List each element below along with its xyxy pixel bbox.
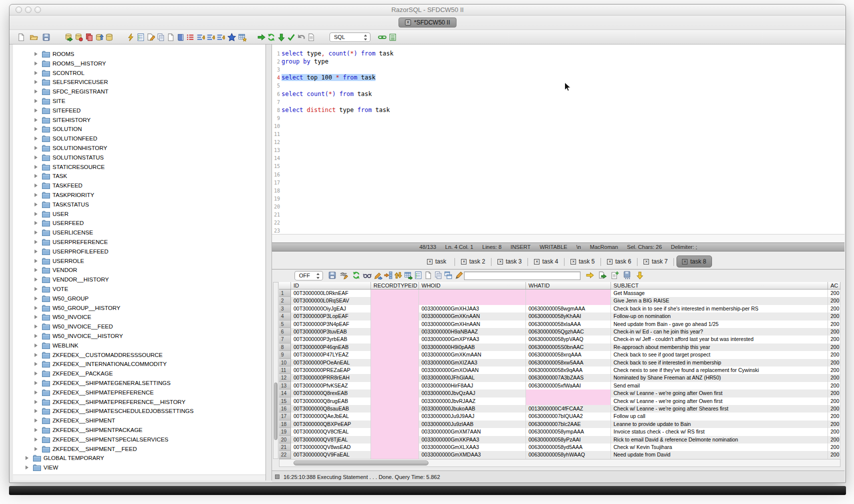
view-results-icon[interactable] (363, 271, 372, 280)
cell-whoid[interactable]: 0033000000Ju9J9AAJ (419, 412, 526, 420)
table-row[interactable]: 1000T3000000POeAnEAL0033000000GmXIZAA300… (279, 359, 840, 366)
cell-whatid[interactable]: 006300000058wgmAAA (526, 305, 611, 312)
close-icon[interactable]: × (534, 259, 540, 264)
disclosure-triangle-icon[interactable] (26, 456, 28, 460)
max-rows-select[interactable]: OFF (294, 271, 323, 280)
cell-id[interactable]: 00T3000000PREZaEAP (291, 366, 371, 374)
cell-recordtypeid[interactable] (371, 312, 419, 320)
cell-whatid[interactable]: 00630000005QgzhAAC (526, 328, 611, 336)
tree-item[interactable]: ZKFEDEX__SHIPMATESCHEDULEDJOBSSETTINGS (13, 406, 266, 416)
disclosure-triangle-icon[interactable] (34, 306, 38, 310)
cell-whoid[interactable]: 0033000000H9i0pAAB (419, 344, 526, 351)
cell-subject[interactable]: Check w/ Leanne - we're going after Shea… (611, 405, 828, 412)
cell-whatid[interactable]: 00630000005xfWaAAI (526, 382, 611, 390)
disclosure-triangle-icon[interactable] (34, 212, 38, 216)
cell-subject[interactable]: Follow-up on nomination (611, 312, 828, 320)
disclosure-triangle-icon[interactable] (34, 202, 38, 206)
disclosure-triangle-icon[interactable] (34, 334, 38, 338)
cell-subject[interactable]: Nominated by Shane Freeman at ANZ (HR50) (611, 374, 828, 382)
tree-item[interactable]: ZKFEDEX__SHIPMENTPACKAGE (13, 426, 266, 435)
row-number[interactable]: 9 (279, 351, 291, 358)
disclosure-triangle-icon[interactable] (34, 184, 38, 188)
cell-whoid[interactable]: 0033000000GmXMDAA3 (419, 451, 526, 458)
row-number[interactable]: 7 (279, 336, 291, 343)
cell-recordtypeid[interactable] (371, 420, 419, 428)
cell-id[interactable]: 00T3000000POeAnEAL (291, 359, 371, 366)
table-row[interactable]: 1500T3000000Q8rugEAB0033000000JbvRJAAZCh… (279, 398, 840, 405)
sql-mode-select[interactable]: SQL (330, 32, 370, 42)
result-tab-task[interactable]: ×task (421, 256, 452, 268)
editor-line[interactable]: select type, count(*) from task (282, 50, 394, 58)
cell-ac[interactable]: 200 (828, 359, 840, 366)
disclosure-triangle-icon[interactable] (34, 90, 38, 94)
table-row[interactable]: 1300T3000000PfvKSEAZ0033000000HirF8AAJ00… (279, 382, 840, 390)
cell-whatid[interactable] (526, 390, 611, 397)
cell-whatid[interactable]: 00630000007blc2AAE (526, 420, 611, 428)
disclosure-triangle-icon[interactable] (34, 344, 38, 348)
tree-item[interactable]: USERLICENSE (13, 228, 266, 238)
disclosure-triangle-icon[interactable] (26, 466, 28, 470)
cell-whoid[interactable]: 0033000000GmXKnAAN (419, 312, 526, 320)
outdent-sql-icon[interactable] (206, 33, 216, 42)
tree-item[interactable]: W50_INVOICE__FEED (13, 322, 266, 332)
tree-item[interactable]: W50_GROUP__HISTORY (13, 304, 266, 313)
tree-item[interactable]: USER (13, 210, 266, 219)
tree-item[interactable]: USERROLE (13, 256, 266, 266)
tree-item[interactable]: SOLUTION (13, 124, 266, 134)
tree-item[interactable]: SITEFEED (13, 106, 266, 116)
disclosure-triangle-icon[interactable] (34, 409, 38, 413)
editor-line[interactable]: select count(*) from task (282, 90, 372, 98)
column-header-id[interactable]: ID (291, 282, 371, 289)
validate-icon[interactable] (287, 33, 296, 42)
cell-subject[interactable]: Leanne to provide update to Bain (611, 420, 828, 428)
table-row[interactable]: 1400T3000000Q8rexEAB0033000000JbvQzAAJCh… (279, 390, 840, 397)
disclosure-triangle-icon[interactable] (34, 108, 38, 112)
cell-subject[interactable]: Follow up call (611, 412, 828, 420)
cell-whatid[interactable]: 006300000058ypVAAQ (526, 336, 611, 343)
disclosure-triangle-icon[interactable] (34, 315, 38, 319)
row-number[interactable]: 10 (279, 359, 291, 366)
favorites-icon[interactable] (228, 33, 236, 42)
tree-item[interactable]: TASKSTATUS (13, 200, 266, 210)
row-number[interactable]: 3 (279, 305, 291, 312)
connect-database-icon[interactable] (64, 33, 74, 42)
tree-item[interactable]: USERPREFERENCE (13, 238, 266, 247)
cell-recordtypeid[interactable] (371, 374, 419, 382)
cell-id[interactable]: 00T3000000OiyJgEAJ (291, 305, 371, 312)
cell-whoid[interactable]: 0033000000GmXM7AAN (419, 428, 526, 436)
results-list-icon[interactable] (388, 33, 398, 42)
cell-recordtypeid[interactable] (371, 428, 419, 436)
cell-recordtypeid[interactable] (371, 436, 419, 444)
open-file-icon[interactable] (30, 33, 38, 42)
row-number[interactable]: 18 (279, 420, 291, 428)
cell-id[interactable]: 00T3000000PfvKSEAZ (291, 382, 371, 390)
disclosure-triangle-icon[interactable] (34, 418, 38, 422)
tree-item[interactable]: ROOMS (13, 50, 266, 59)
tree-item[interactable]: TASKPRIORITY (13, 190, 266, 200)
zoom-window-button[interactable] (34, 6, 41, 13)
fetch-icon[interactable] (277, 33, 286, 42)
cell-subject[interactable]: Check w/ Leanne - we're going after Owen… (611, 398, 828, 405)
cell-ac[interactable]: 200 (828, 290, 840, 297)
cell-ac[interactable]: 200 (828, 420, 840, 428)
cell-whoid[interactable]: 0033000000GmXOiAAN (419, 366, 526, 374)
disclosure-triangle-icon[interactable] (34, 268, 38, 272)
cell-whatid[interactable] (526, 290, 611, 297)
cell-ac[interactable]: 200 (828, 390, 840, 397)
row-number[interactable]: 5 (279, 320, 291, 328)
table-row[interactable]: 200T3000000L0RqSEAVGive Jenn a BIG RAISE… (279, 297, 840, 304)
disclosure-triangle-icon[interactable] (34, 71, 38, 75)
find-next-icon[interactable] (586, 271, 594, 280)
edit-cell-icon[interactable] (374, 271, 383, 280)
cell-id[interactable]: 00T3000000QV9FaEAL (291, 451, 371, 458)
disclosure-triangle-icon[interactable] (34, 230, 38, 234)
close-window-button[interactable] (16, 6, 22, 13)
cell-id[interactable]: 00T3000000L0RqSEAV (291, 297, 371, 304)
disclosure-triangle-icon[interactable] (34, 80, 38, 84)
export-database-icon[interactable] (95, 33, 104, 42)
cell-subject[interactable]: Need update from Bain - gave go ahead 1/… (611, 320, 828, 328)
tree-item[interactable]: ROOMS__HISTORY (13, 59, 266, 68)
row-number[interactable]: 12 (279, 374, 291, 382)
cell-subject[interactable]: Need update from David (611, 451, 828, 458)
disclosure-triangle-icon[interactable] (34, 127, 38, 131)
